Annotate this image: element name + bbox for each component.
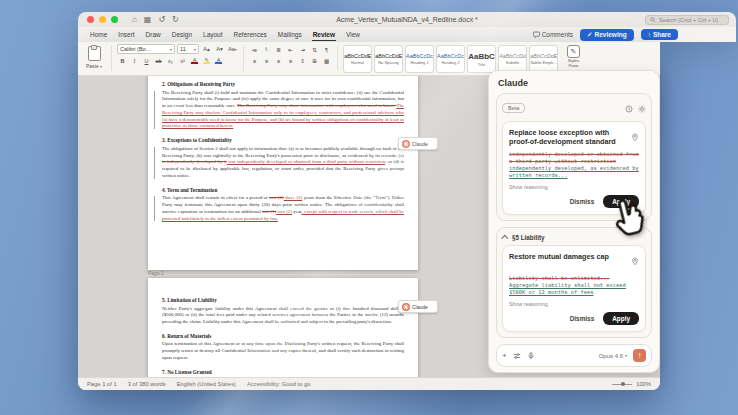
line-spacing-button[interactable]: ⇕ [297, 56, 308, 65]
bold-button[interactable]: B [117, 56, 128, 65]
document-canvas[interactable]: 2. Obligations of Receiving PartyThe Rec… [78, 76, 660, 377]
comments-button[interactable]: Comments [533, 31, 573, 38]
style-heading-2[interactable]: AaBbCcDcHeading 2 [436, 45, 465, 73]
redo-icon[interactable]: ↻ [172, 16, 179, 24]
style-no-spacing[interactable]: AaBbCcDdEeNo Spacing [374, 45, 403, 73]
tab-mailings[interactable]: Mailings [277, 29, 303, 41]
align-center-button[interactable]: ≡ [261, 56, 272, 65]
align-right-button[interactable]: ≡ [273, 56, 284, 65]
tab-layout[interactable]: Layout [202, 29, 224, 41]
home-icon[interactable]: ⌂ [132, 16, 137, 24]
borders-button[interactable]: ⊞ [309, 56, 320, 65]
text-effects-button[interactable]: A [213, 56, 224, 65]
tab-home[interactable]: Home [89, 29, 108, 41]
font-color-button[interactable]: A [189, 56, 200, 65]
tab-design[interactable]: Design [171, 29, 193, 41]
panel-header-row: Beta [502, 99, 646, 117]
show-reasoning-link[interactable]: Show reasoning [509, 184, 639, 190]
tab-review[interactable]: Review [312, 29, 336, 41]
claude-comment-badge[interactable]: Claude [398, 300, 438, 313]
sort-button[interactable]: ⇅ [309, 45, 320, 54]
font-size-select[interactable]: 11▾ [177, 44, 199, 54]
font-name-select[interactable]: Calibri (Bo...▾ [117, 44, 175, 54]
text-run-normal: ; or (d) is required to be disclosed by … [162, 159, 404, 178]
claude-composer[interactable]: + Opus 4.6 ▾ ↑ [496, 344, 652, 367]
open-claude-label: Open Claude [563, 143, 584, 153]
apply-button-1[interactable]: Apply [603, 312, 639, 325]
paste-button[interactable]: Paste ▾ [82, 44, 106, 73]
tab-view[interactable]: View [345, 29, 361, 41]
numbering-button[interactable]: ⒈ [261, 45, 272, 54]
minimize-window-button[interactable] [99, 16, 106, 23]
bullets-button[interactable]: •≡ [249, 45, 260, 54]
align-left-button[interactable]: ≡ [249, 56, 260, 65]
attach-plus-button[interactable]: + [502, 352, 507, 360]
tools-sliders-button[interactable] [513, 352, 521, 360]
model-selector[interactable]: Opus 4.6 ▾ [599, 353, 627, 359]
style-heading-1[interactable]: AaBbCcDcHeading 1 [405, 45, 434, 73]
search-input[interactable]: Search (Cmd + Ctrl + U) [645, 15, 729, 25]
font-name-value: Calibri (Bo... [120, 46, 150, 52]
style-subtitle[interactable]: AaBbCcDdSubtitle [498, 45, 527, 73]
outdent-button[interactable]: ⇤ [285, 45, 296, 54]
italic-button[interactable]: I [129, 56, 140, 65]
added-text: Aggregate liability shall not exceed $50… [509, 282, 639, 296]
zoom-slider[interactable] [612, 384, 632, 385]
close-window-button[interactable] [87, 16, 94, 23]
microphone-button[interactable] [527, 352, 535, 360]
tab-draw[interactable]: Draw [145, 29, 162, 41]
text-run-insert: The Receiving Party may disclose Confide… [162, 103, 404, 128]
send-button[interactable]: ↑ [633, 349, 646, 362]
text-run-normal: The Receiving Party shall (i) hold and m… [162, 90, 404, 109]
reviewing-button[interactable]: ✓ Reviewing [580, 29, 634, 41]
document-paragraph: This Agreement shall remain in effect fo… [162, 195, 404, 222]
styles-pane-label: Styles Pane [563, 59, 584, 69]
strikethrough-button[interactable]: ab [153, 56, 164, 65]
search-placeholder: Search (Cmd + Ctrl + U) [659, 17, 718, 23]
word-window-body: Paste ▾ Calibri (Bo...▾ 11▾ A▴ A▾ Aa▾ BI… [78, 42, 660, 390]
location-pin-icon[interactable] [631, 252, 639, 270]
zoom-window-button[interactable] [111, 16, 118, 23]
indent-button[interactable]: ⇥ [297, 45, 308, 54]
gear-icon[interactable] [638, 99, 646, 117]
diff-block: independently developed or obtained from… [509, 151, 639, 179]
zoom-control[interactable]: 100% [612, 381, 651, 387]
page-2-label: Page 2 [148, 270, 164, 276]
save-icon[interactable]: ▦ [144, 16, 152, 24]
card-actions: DismissApply [509, 312, 639, 325]
dismiss-button-0[interactable]: Dismiss [570, 198, 595, 205]
tab-insert[interactable]: Insert [117, 29, 135, 41]
claude-logo-icon [402, 303, 410, 311]
change-case-button[interactable]: Aa▾ [227, 45, 238, 54]
show-reasoning-link[interactable]: Show reasoning [509, 301, 639, 307]
style-subtle-emph-[interactable]: AaBbCcDdEeSubtle Emph... [529, 45, 558, 73]
pilcrow-button[interactable]: ¶ [321, 45, 332, 54]
shrink-font-button[interactable]: A▾ [214, 45, 225, 54]
style-title[interactable]: AaBbCTitle [467, 45, 496, 73]
styles-pane-button[interactable]: ✎Styles Pane [563, 45, 584, 69]
justify-button[interactable]: ≡ [285, 56, 296, 65]
claude-badge-label: Claude [412, 304, 428, 310]
subscript-button[interactable]: x₂ [165, 56, 176, 65]
copilot-button[interactable]: Copilot [563, 111, 584, 128]
sensitivity-label: Sensitivity [564, 84, 583, 89]
underline-button[interactable]: U [141, 56, 152, 65]
style-name: Subtitle [506, 60, 519, 65]
history-icon[interactable] [625, 99, 633, 117]
highlight-button[interactable]: ✎ [201, 56, 212, 65]
tab-references[interactable]: References [233, 29, 268, 41]
dismiss-button-1[interactable]: Dismiss [570, 315, 595, 322]
location-pin-icon[interactable] [631, 128, 639, 146]
style-normal[interactable]: AaBbCcDdEeNormal [343, 45, 372, 73]
text-run-normal: year [292, 209, 302, 214]
undo-icon[interactable]: ↺ [158, 16, 165, 24]
share-button[interactable]: ↑ Share [641, 29, 678, 40]
multilevel-list-button[interactable]: ≣ [273, 45, 284, 54]
add-ins-button[interactable]: Add-ins [563, 91, 584, 108]
shading-button[interactable]: ▦ [321, 56, 332, 65]
grow-font-button[interactable]: A▴ [201, 45, 212, 54]
claude-comment-badge[interactable]: Claude [398, 137, 438, 150]
open-claude-button[interactable]: Open Claude [563, 131, 584, 153]
added-text: independently developed, as evidenced by… [509, 165, 639, 179]
superscript-button[interactable]: x² [177, 56, 188, 65]
